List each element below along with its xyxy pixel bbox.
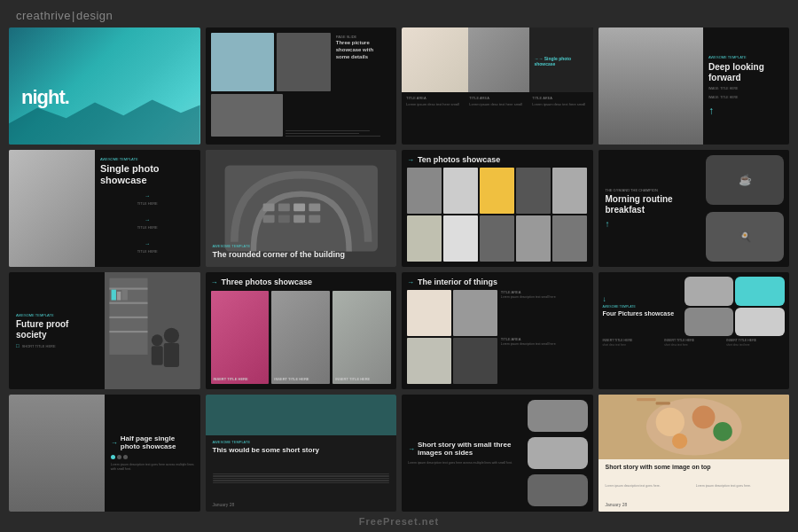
- svg-rect-7: [278, 215, 289, 223]
- slide-9-photo: [105, 272, 200, 389]
- brand-name: creathrive|design: [16, 9, 113, 22]
- slide-15[interactable]: → Short story with small three images on…: [402, 395, 593, 512]
- slide-2[interactable]: PAGE SLIDE Three picture showcase with s…: [206, 27, 397, 145]
- slide-14-lines: [213, 473, 390, 484]
- slide-5-label: AWESOME TEMPLATE: [100, 157, 195, 161]
- slide-3[interactable]: →→ Single photo showcase TITLE AREA Lore…: [402, 27, 593, 145]
- s7-thumb-1: [407, 168, 442, 214]
- slide-13-right: → Half page single photo showcase Lorem …: [105, 395, 200, 512]
- slide-7[interactable]: → Ten photos showcase: [402, 150, 593, 267]
- slide-10-title: Three photos showcase: [222, 278, 313, 286]
- slide-8-label: THE GYM AND THE CHAMPION: [606, 188, 697, 192]
- slide-6[interactable]: AWESOME TEMPLATE The rounded corner of t…: [206, 150, 397, 267]
- svg-rect-15: [109, 331, 147, 332]
- slide-10[interactable]: → Three photos showcase INSERT TITLE HER…: [206, 272, 397, 389]
- s10-photo-3: INSERT TITLE HERE: [332, 291, 391, 384]
- slide-14[interactable]: AWESOME TEMPLATE This would be some shor…: [206, 395, 397, 512]
- slide-3-img3: →→ Single photo showcase: [529, 27, 592, 92]
- slide-13[interactable]: → Half page single photo showcase Lorem …: [9, 395, 200, 512]
- slide-6-text: AWESOME TEMPLATE The rounded corner of t…: [213, 244, 346, 260]
- slide-5-photo: [9, 150, 95, 267]
- slide-1[interactable]: night.: [9, 27, 200, 145]
- svg-point-19: [164, 328, 179, 343]
- slide-16-top: [598, 395, 790, 459]
- svg-rect-30: [655, 402, 669, 404]
- slide-11-content: TITLE AREA Lorem ipsum description text …: [407, 290, 588, 384]
- slide-8-inner: THE GYM AND THE CHAMPION Morning routine…: [598, 150, 790, 267]
- s11-text-col-2: TITLE AREA Lorem ipsum description text …: [501, 337, 588, 384]
- svg-rect-3: [278, 204, 289, 212]
- svg-rect-9: [309, 215, 320, 223]
- slide-8-img-bot: [706, 212, 784, 262]
- slide-9-inner: AWESOME TEMPLATE Future proof society □ …: [9, 272, 200, 389]
- slide-9-title: Future proof society: [16, 319, 98, 340]
- s3-col-1: TITLE AREA Lorem ipsum desc text here sm…: [406, 96, 462, 141]
- slide-11[interactable]: → The interior of things TITLE AREA Lore…: [402, 272, 593, 389]
- s10-photo-2: INSERT TITLE HERE: [271, 291, 330, 384]
- slide-10-header: → Three photos showcase: [211, 278, 392, 286]
- slides-grid: night. PAGE SLIDE Three picture showcase…: [0, 27, 798, 520]
- slide-4-photo: [598, 27, 704, 145]
- slide-8-img-top: [706, 155, 784, 205]
- s7-thumb-4: [516, 168, 551, 214]
- slide-15-inner: → Short story with small three images on…: [402, 395, 593, 512]
- slide-2-img1: [211, 33, 274, 91]
- slide-12-top: ↓ AWESOME TEMPLATE Four Pictures showcas…: [603, 277, 786, 336]
- slide-13-inner: → Half page single photo showcase Lorem …: [9, 395, 200, 512]
- s11-img-row-2: [407, 338, 497, 384]
- header: creathrive|design: [0, 0, 798, 27]
- svg-rect-29: [637, 398, 656, 401]
- slide-14-top: [206, 395, 397, 435]
- slide-15-left: → Short story with small three images on…: [402, 395, 526, 512]
- slide-9-label: AWESOME TEMPLATE: [16, 313, 98, 317]
- slide-1-title: night.: [21, 86, 69, 109]
- slide-5[interactable]: AWESOME TEMPLATE Single photo showcase →…: [9, 150, 200, 267]
- svg-rect-22: [152, 346, 163, 365]
- s11-img-row-1: [407, 290, 497, 336]
- svg-rect-2: [262, 204, 274, 212]
- slide-16-date: January 28: [606, 502, 783, 507]
- slide-16[interactable]: Short story with some image on top Lorem…: [598, 395, 790, 512]
- slide-4[interactable]: AWESOME TEMPLATE Deep looking forward IM…: [598, 27, 790, 145]
- slide-3-inner: →→ Single photo showcase TITLE AREA Lore…: [402, 27, 593, 145]
- svg-rect-8: [293, 215, 305, 223]
- slide-15-right: [526, 395, 592, 512]
- slide-2-label: PAGE SLIDE: [336, 35, 388, 39]
- slide-2-title: Three picture showcase with some details: [336, 40, 388, 60]
- slide-8-right: [703, 150, 789, 267]
- svg-point-21: [152, 334, 163, 346]
- slide-12[interactable]: ↓ AWESOME TEMPLATE Four Pictures showcas…: [598, 272, 790, 389]
- slide-9[interactable]: AWESOME TEMPLATE Future proof society □ …: [9, 272, 200, 389]
- slide-8[interactable]: THE GYM AND THE CHAMPION Morning routine…: [598, 150, 790, 267]
- svg-rect-6: [262, 215, 274, 223]
- s7-thumb-3: [480, 168, 514, 214]
- slide-7-title: Ten photos showcase: [418, 155, 500, 164]
- slide-5-inner: AWESOME TEMPLATE Single photo showcase →…: [9, 150, 200, 267]
- slide-2-img3: [211, 94, 283, 137]
- svg-rect-5: [309, 204, 320, 212]
- slide-2-bottom-text: [286, 130, 391, 137]
- slide-7-grid: [407, 168, 588, 262]
- s7-thumb-8: [480, 215, 514, 262]
- svg-rect-16: [111, 290, 115, 301]
- s7-thumb-9: [516, 215, 551, 262]
- slide-4-label: AWESOME TEMPLATE: [708, 55, 784, 59]
- svg-rect-17: [117, 292, 121, 301]
- slide-5-right: AWESOME TEMPLATE Single photo showcase →…: [95, 150, 200, 267]
- s11-text-col-1: TITLE AREA Lorem ipsum description text …: [501, 290, 588, 337]
- slide-2-text: PAGE SLIDE Three picture showcase with s…: [333, 33, 391, 91]
- slide-12-text: ↓ AWESOME TEMPLATE Four Pictures showcas…: [603, 277, 682, 336]
- slide-14-date: January 28: [213, 502, 390, 507]
- slide-9-item-1: □ SHORT TITLE HERE: [16, 343, 98, 348]
- slide-4-title: Deep looking forward: [708, 62, 784, 83]
- slide-8-left: THE GYM AND THE CHAMPION Morning routine…: [598, 150, 704, 267]
- svg-rect-13: [109, 302, 147, 304]
- slide-3-img2: [468, 27, 529, 92]
- s7-thumb-5: [552, 168, 587, 214]
- s7-thumb-10: [552, 215, 587, 262]
- brand-sep: |: [72, 9, 75, 22]
- s3-col-2: TITLE AREA Lorem ipsum desc text here sm…: [469, 96, 525, 141]
- slide-14-bottom: AWESOME TEMPLATE This would be some shor…: [206, 435, 397, 512]
- brand-text: creathrive: [16, 9, 71, 22]
- slide-7-header: → Ten photos showcase: [407, 155, 588, 164]
